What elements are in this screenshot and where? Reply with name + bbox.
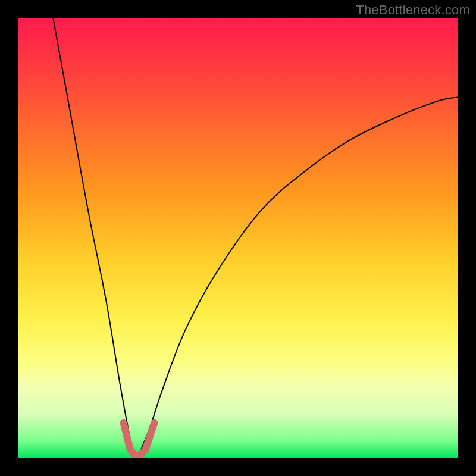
valley-highlight	[124, 423, 155, 458]
watermark-text: TheBottleneck.com	[356, 2, 470, 18]
main-curve	[53, 18, 458, 458]
curve-layer	[18, 18, 458, 458]
plot-area	[18, 18, 458, 458]
